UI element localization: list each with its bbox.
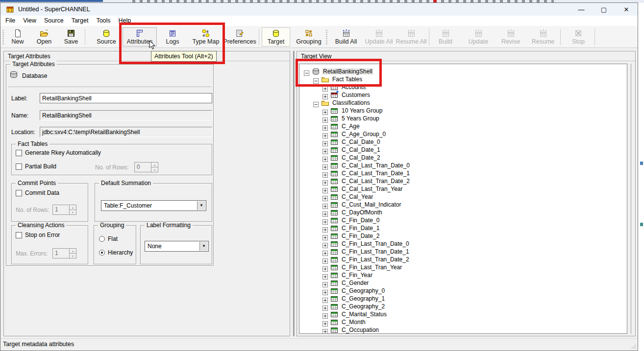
tree-item-label[interactable]: C_Fin_Year: [341, 272, 373, 279]
tree-item-label[interactable]: C_Occupation: [341, 327, 380, 333]
radio-icon[interactable]: [99, 250, 105, 256]
toolbar-button-build-all[interactable]: Build All: [329, 27, 363, 47]
expander-plus-icon[interactable]: [322, 210, 328, 215]
expander-plus-icon[interactable]: [322, 163, 328, 168]
expander-plus-icon[interactable]: [322, 132, 328, 137]
expander-plus-icon[interactable]: [322, 147, 328, 153]
tree-item-label[interactable]: 10 Years Group: [341, 107, 383, 114]
tree-item-c-cal-last-tran-date-1[interactable]: C_Cal_Last_Tran_Date_1: [299, 169, 627, 177]
tree-item-label[interactable]: C_Fin_Last_Tran_Date_1: [341, 248, 410, 255]
expander-plus-icon[interactable]: [322, 93, 328, 98]
tree-item-label[interactable]: 5 Years Group: [341, 115, 380, 122]
chevron-down-icon[interactable]: ▼: [199, 242, 208, 251]
radio-icon[interactable]: [99, 236, 105, 242]
tree-item-10-years-group[interactable]: 10 Years Group: [299, 107, 627, 115]
tree-item-label[interactable]: C_Cal_Date_1: [341, 146, 381, 153]
generate-rkey-checkbox[interactable]: Generate Rkey Automatically: [16, 149, 101, 156]
tree-item-c-fin-last-tran-year[interactable]: C_Fin_Last_Tran_Year: [299, 263, 627, 271]
tree-item-label[interactable]: Customers: [341, 92, 371, 98]
tree-item-c-fin-date-1[interactable]: C_Fin_Date_1: [299, 224, 627, 232]
stop-on-error-checkbox[interactable]: Stop on Error: [16, 232, 60, 238]
expander-plus-icon[interactable]: [322, 179, 328, 184]
tree-item-label[interactable]: C_Geography_1: [341, 295, 386, 302]
expander-plus-icon[interactable]: [322, 304, 328, 309]
expander-plus-icon[interactable]: [322, 312, 328, 317]
menu-source[interactable]: Source: [40, 16, 68, 26]
tree-item-c-fin-date-2[interactable]: C_Fin_Date_2: [299, 232, 627, 240]
tree-item-c-cal-last-tran-date-0[interactable]: C_Cal_Last_Tran_Date_0: [299, 162, 627, 169]
expander-plus-icon[interactable]: [322, 241, 328, 247]
tree-item-c-cal-date-2[interactable]: C_Cal_Date_2: [299, 154, 627, 162]
resize-grip-icon[interactable]: [630, 343, 637, 350]
tree-item-c-geography-0[interactable]: C_Geography_0: [299, 287, 627, 295]
expander-plus-icon[interactable]: [322, 155, 328, 161]
tree-item-fact-tables[interactable]: Fact Tables: [299, 75, 627, 83]
tree-item-label[interactable]: C_Fin_Date_1: [341, 225, 380, 232]
tree-item-c-fin-last-tran-date-0[interactable]: C_Fin_Last_Tran_Date_0: [299, 240, 627, 248]
expander-minus-icon[interactable]: [304, 69, 309, 74]
tree-item-c-cal-last-tran-date-2[interactable]: C_Cal_Last_Tran_Date_2: [299, 177, 627, 185]
tree-item-label[interactable]: Fact Tables: [331, 76, 363, 83]
tree-item-c-fin-year[interactable]: C_Fin_Year: [299, 271, 627, 279]
tree-item-label[interactable]: C_DayOfMonth: [341, 209, 383, 216]
expander-plus-icon[interactable]: [322, 85, 328, 90]
expander-plus-icon[interactable]: [322, 140, 328, 145]
tree-item-c-marital-status[interactable]: C_Marital_Status: [299, 310, 627, 318]
tree-item-c-cal-date-1[interactable]: C_Cal_Date_1: [299, 146, 627, 154]
expander-plus-icon[interactable]: [322, 296, 328, 302]
tree-item-c-month[interactable]: C_Month: [299, 318, 627, 326]
tree-item-label[interactable]: RetailBankingShell: [322, 68, 373, 75]
tree-item-label[interactable]: C_Cust_Mail_Indicator: [341, 201, 402, 208]
tree-item-label[interactable]: C_Cal_Date_2: [341, 154, 381, 161]
tree-item-label[interactable]: C_Cal_Last_Tran_Date_2: [341, 178, 411, 185]
tree-item-label[interactable]: C_Month: [341, 319, 367, 326]
checkbox-icon[interactable]: [16, 150, 22, 156]
expander-plus-icon[interactable]: [322, 320, 328, 325]
expander-plus-icon[interactable]: [322, 273, 328, 278]
tree-item-c-fin-last-tran-date-2[interactable]: C_Fin_Last_Tran_Date_2: [299, 256, 627, 263]
tree-item-label[interactable]: C_Cal_Last_Tran_Date_1: [341, 170, 411, 177]
toolbar-grip[interactable]: [2, 30, 4, 45]
tree-item-label[interactable]: C_Fin_Date_2: [341, 233, 380, 239]
tree-item-label[interactable]: C_Fin_Last_Tran_Year: [341, 264, 403, 271]
toolbar-button-typemap[interactable]: 44Type Map: [187, 27, 224, 47]
tree-item-label[interactable]: Accounts: [341, 84, 367, 91]
close-icon[interactable]: ✕: [615, 3, 638, 16]
tree-item-c-geography-2[interactable]: C_Geography_2: [299, 303, 627, 310]
expander-plus-icon[interactable]: [322, 187, 328, 192]
tree-item-label[interactable]: Classifications: [331, 99, 371, 106]
tree-item-label[interactable]: C_Cal_Date_0: [341, 139, 381, 145]
expander-minus-icon[interactable]: [313, 77, 319, 82]
menu-help[interactable]: Help: [115, 16, 135, 26]
expander-plus-icon[interactable]: [322, 281, 328, 286]
expander-plus-icon[interactable]: [322, 194, 328, 200]
expander-plus-icon[interactable]: [322, 234, 328, 239]
tree-item-label[interactable]: C_Fin_Last_Tran_Date_2: [341, 256, 410, 263]
tree-item-classifications[interactable]: Classifications: [299, 99, 627, 107]
panel-splitter[interactable]: [293, 51, 295, 336]
toolbar-button-open[interactable]: Open: [33, 27, 55, 47]
tree-item-label[interactable]: C_Cal_Year: [341, 193, 374, 200]
expander-minus-icon[interactable]: [313, 100, 319, 106]
tree-item-label[interactable]: C_Geography_2: [341, 303, 386, 310]
checkbox-icon[interactable]: [16, 232, 22, 238]
expander-plus-icon[interactable]: [322, 116, 328, 121]
tree-item-c-age[interactable]: C_Age: [299, 122, 627, 130]
toolbar-button-source[interactable]: Source: [91, 27, 122, 47]
expander-plus-icon[interactable]: [322, 257, 328, 262]
tree-item-label[interactable]: C_Gender: [341, 280, 370, 286]
tree-item-c-cal-last-tran-year[interactable]: C_Cal_Last_Tran_Year: [299, 185, 627, 193]
toolbar-button-save[interactable]: Save: [60, 27, 82, 47]
tree-item-c-fin-last-tran-date-1[interactable]: C_Fin_Last_Tran_Date_1: [299, 248, 627, 256]
toolbar-button-grouping[interactable]: Grouping: [293, 27, 324, 47]
toolbar-grip[interactable]: [326, 30, 327, 45]
menu-view[interactable]: View: [19, 16, 40, 26]
expander-plus-icon[interactable]: [322, 171, 328, 176]
label-formatting-combobox[interactable]: None ▼: [145, 241, 209, 252]
tree-item-5-years-group[interactable]: 5 Years Group: [299, 115, 627, 122]
commit-data-checkbox[interactable]: Commit Data: [16, 189, 59, 196]
tree-item-c-cal-date-0[interactable]: C_Cal_Date_0: [299, 138, 627, 146]
menu-tools[interactable]: Tools: [92, 16, 114, 26]
tree-item-label[interactable]: C_Cal_Last_Tran_Date_0: [341, 162, 411, 169]
expander-plus-icon[interactable]: [322, 249, 328, 255]
